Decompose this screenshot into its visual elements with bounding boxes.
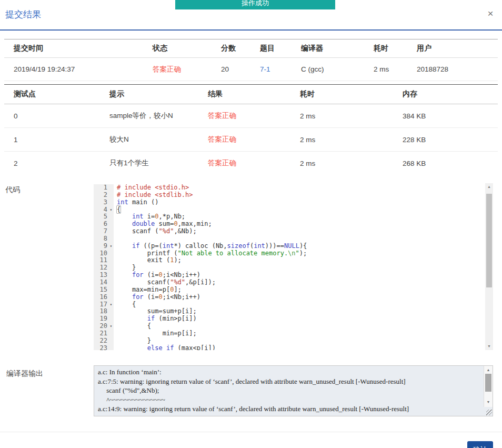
col-header-user: 用户 (407, 39, 498, 58)
testcase-memory: 228 KB (393, 128, 498, 152)
testcase-memory: 268 KB (393, 152, 498, 175)
header-divider (0, 29, 502, 31)
toast-success: 操作成功 (175, 0, 335, 9)
testcase-time: 2 ms (290, 128, 393, 152)
code-line: 11 exit (1); (94, 257, 485, 264)
fold-arrow-icon: ▾ (108, 243, 114, 250)
code-content: 1# include <stdio.h>2# include <stdlib.h… (94, 184, 485, 350)
summary-row: 2019/4/19 19:24:37 答案正确 20 7-1 C (gcc) 2… (4, 58, 498, 81)
confirm-button[interactable]: 确认 (467, 441, 493, 448)
code-line: 16 for (i=0;i<Nb;i++) (94, 294, 485, 301)
testcase-id: 1 (4, 128, 100, 152)
fold-arrow-icon: ▾ (108, 301, 114, 308)
code-line: 13 for (i=0;i<Nb;i++) (94, 272, 485, 279)
code-line: 10 printf ("Not able to allocate memory.… (94, 250, 485, 257)
summary-header-row: 提交时间 状态 分数 题目 编译器 耗时 用户 (4, 39, 498, 58)
testcase-header-row: 测试点 提示 结果 耗时 内存 (4, 85, 498, 104)
testcase-id: 0 (4, 104, 100, 128)
col-header-result: 结果 (198, 85, 290, 104)
code-line: 23 else if (max<p[i]) (94, 345, 485, 350)
col-header-status: 状态 (143, 39, 212, 58)
code-line: 4▾{ (94, 206, 485, 214)
code-label: 代码 (5, 185, 20, 195)
code-line: 15 max=min=p[0]; (94, 286, 485, 294)
col-header-time: 提交时间 (4, 39, 143, 58)
testcase-table: 测试点 提示 结果 耗时 内存 0sample等价，较小N答案正确2 ms384… (4, 84, 498, 175)
testcase-row: 0sample等价，较小N答案正确2 ms384 KB (4, 104, 498, 128)
testcase-result: 答案正确 (198, 152, 290, 175)
scroll-up-icon[interactable]: ▲ (485, 183, 493, 191)
submission-user: 20188728 (407, 58, 498, 81)
fold-arrow-icon: ▾ (108, 206, 114, 214)
scroll-down-icon[interactable]: ▼ (485, 343, 493, 350)
code-scrollbar[interactable]: ▲ ▼ (485, 183, 493, 350)
testcase-memory: 384 KB (393, 104, 498, 128)
code-line: 14 scanf("%d",&p[i]); (94, 279, 485, 286)
col-header-hint: 提示 (100, 85, 198, 104)
code-line: 21 min=p[i]; (94, 330, 485, 337)
testcase-id: 2 (4, 152, 100, 175)
submission-status: 答案正确 (143, 58, 212, 81)
compiler-output-text: a.c: In function ‘main’: a.c:7:5: warnin… (98, 367, 482, 416)
code-line: 7 scanf ("%d",&Nb); (94, 228, 485, 235)
code-line: 5 int i=0,*p,Nb; (94, 213, 485, 221)
testcase-time: 2 ms (290, 152, 393, 175)
close-icon[interactable]: × (484, 7, 497, 20)
testcase-result: 答案正确 (198, 104, 290, 128)
submission-score: 20 (212, 58, 250, 81)
code-line: 20▾ { (94, 323, 485, 330)
testcase-hint: 只有1个学生 (100, 152, 198, 175)
resize-handle-icon[interactable] (486, 410, 492, 415)
col-header-elapsed: 耗时 (364, 39, 407, 58)
compiler-output-label: 编译器输出 (6, 369, 43, 379)
col-header-problem: 题目 (250, 39, 292, 58)
testcase-hint: 较大N (100, 128, 198, 152)
code-line: 17▾ { (94, 301, 485, 308)
submission-time: 2019/4/19 19:24:37 (4, 58, 143, 81)
scroll-up-icon[interactable]: ▲ (484, 366, 493, 373)
compiler-scrollbar-thumb[interactable] (485, 374, 491, 392)
fold-arrow-icon: ▾ (108, 323, 114, 330)
testcase-time: 2 ms (290, 104, 393, 128)
testcase-row: 1较大N答案正确2 ms228 KB (4, 128, 498, 152)
col-header-testpoint: 测试点 (4, 85, 100, 104)
submission-compiler: C (gcc) (292, 58, 364, 81)
footer-divider (0, 432, 502, 432)
col-header-score: 分数 (212, 39, 250, 58)
submission-summary-table: 提交时间 状态 分数 题目 编译器 耗时 用户 2019/4/19 19:24:… (4, 39, 498, 81)
col-header-compiler: 编译器 (292, 39, 364, 58)
code-line: 12 } (94, 264, 485, 272)
code-scrollbar-thumb[interactable] (486, 194, 492, 287)
toast-message: 操作成功 (242, 0, 269, 9)
code-line: 19 if (min>p[i]) (94, 315, 485, 323)
col-header-time: 耗时 (290, 85, 393, 104)
submission-elapsed: 2 ms (364, 58, 407, 81)
page-title: 提交结果 (5, 8, 41, 21)
compiler-scrollbar[interactable]: ▲ ▼ (484, 366, 493, 407)
scroll-down-icon[interactable]: ▼ (484, 399, 493, 405)
code-line: 18 sum=sum+p[i]; (94, 308, 485, 315)
code-editor[interactable]: 1# include <stdio.h>2# include <stdlib.h… (94, 183, 493, 350)
code-line: 8 (94, 235, 485, 243)
code-line: 22 } (94, 337, 485, 345)
col-header-memory: 内存 (393, 85, 498, 104)
code-line: 6 double sum=0,max,min; (94, 221, 485, 228)
problem-link[interactable]: 7-1 (260, 65, 270, 73)
testcase-hint: sample等价，较小N (100, 104, 198, 128)
code-line: 3int main () (94, 199, 485, 206)
testcase-result: 答案正确 (198, 128, 290, 152)
code-line: 1# include <stdio.h> (94, 184, 485, 192)
compiler-output-textarea[interactable]: a.c: In function ‘main’: a.c:7:5: warnin… (94, 365, 493, 416)
code-line: 2# include <stdlib.h> (94, 192, 485, 199)
code-line: 9▾ if ((p=(int*) calloc (Nb,sizeof(int))… (94, 243, 485, 250)
testcase-row: 2只有1个学生答案正确2 ms268 KB (4, 152, 498, 175)
